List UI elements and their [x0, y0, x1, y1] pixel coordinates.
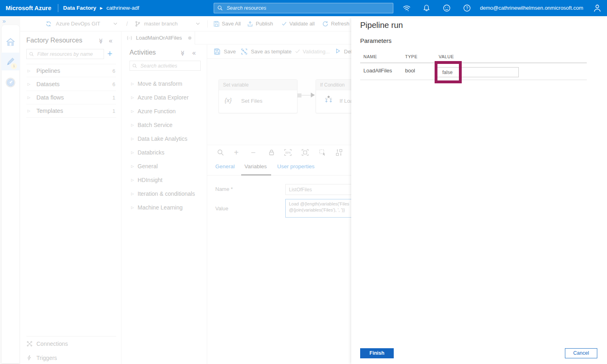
parameter-value-input[interactable]: [437, 67, 519, 77]
expander-caret-icon[interactable]: ▷: [28, 82, 30, 86]
validate-check-icon: [281, 21, 288, 27]
collapse-panel-icon[interactable]: «: [192, 49, 196, 57]
breadcrumb-resource[interactable]: cathrinew-adf: [106, 0, 139, 16]
cancel-button[interactable]: Cancel: [565, 348, 597, 358]
collapse-all-icon[interactable]: ≫: [98, 38, 104, 44]
expander-caret-icon[interactable]: ▷: [131, 95, 134, 99]
nav-home-button[interactable]: [2, 33, 19, 51]
expander-caret-icon[interactable]: ▷: [131, 109, 134, 113]
activities-search-input[interactable]: [140, 63, 198, 69]
validate-all-button[interactable]: Validate all: [289, 16, 315, 32]
tab-variables[interactable]: Variables: [244, 163, 267, 169]
save-all-button[interactable]: Save All: [222, 16, 241, 32]
save-button[interactable]: Save: [224, 44, 236, 59]
factory-resources-title: Factory Resources: [26, 36, 82, 44]
expander-caret-icon[interactable]: ▷: [131, 82, 134, 86]
brand-logo[interactable]: Microsoft Azure: [6, 0, 51, 16]
expander-caret-icon[interactable]: ▷: [131, 150, 134, 154]
zoom-100-icon[interactable]: 00%: [284, 149, 291, 156]
chevron-down-icon[interactable]: [113, 22, 117, 25]
editor-tab-strip: LoadMainOrAllFiles: [121, 32, 351, 44]
finish-button[interactable]: Finish: [360, 348, 394, 358]
activity-category[interactable]: ▷Batch Service: [129, 118, 202, 132]
feedback-smiley-icon[interactable]: [442, 4, 451, 13]
expander-caret-icon[interactable]: ▷: [131, 164, 134, 168]
search-input[interactable]: [226, 5, 380, 11]
pipeline-icon: [126, 35, 133, 41]
resource-group-templates[interactable]: ▷ Templates 1: [26, 104, 116, 118]
branch-selector[interactable]: master branch: [144, 16, 178, 32]
tab-user-properties[interactable]: User properties: [277, 163, 314, 169]
expand-rail-icon[interactable]: »: [2, 17, 6, 24]
connector-line: [301, 95, 312, 95]
pipeline-canvas[interactable]: Set variable {x} Set Files If Condition …: [207, 59, 351, 145]
expander-caret-icon[interactable]: ▷: [28, 69, 30, 73]
resource-group-dataflows[interactable]: ▷ Data flows 1: [26, 91, 116, 104]
network-status-icon[interactable]: [402, 4, 411, 13]
resource-count: 1: [112, 104, 115, 118]
activity-category[interactable]: ▷Databricks: [129, 146, 202, 159]
set-variable-activity-node[interactable]: Set variable {x} Set Files: [219, 79, 297, 113]
tab-loadmainorallfiles[interactable]: LoadMainOrAllFiles: [121, 32, 195, 44]
expander-caret-icon[interactable]: ▷: [131, 137, 134, 141]
zoom-in-icon[interactable]: +: [234, 145, 239, 160]
repo-selector[interactable]: Azure DevOps GIT: [56, 16, 100, 32]
global-search[interactable]: [214, 3, 393, 13]
gauge-monitor-icon: [5, 77, 16, 88]
fit-to-screen-icon[interactable]: [301, 149, 309, 156]
tab-general[interactable]: General: [215, 163, 235, 169]
activity-category[interactable]: ▷Machine Learning: [129, 201, 202, 214]
activity-category[interactable]: ▷Azure Data Explorer: [129, 91, 202, 104]
panel-title: Pipeline run: [360, 21, 403, 30]
connector-output-port[interactable]: [297, 93, 301, 97]
activities-search[interactable]: [129, 61, 201, 71]
resource-filter-input[interactable]: [36, 51, 101, 57]
parameter-name: LoadAllFiles: [363, 68, 392, 74]
nav-author-button[interactable]: 1: [1, 53, 20, 70]
lock-icon[interactable]: [268, 149, 275, 156]
zoom-out-icon[interactable]: −: [251, 145, 256, 160]
chevron-down-icon[interactable]: [196, 22, 200, 25]
expander-caret-icon[interactable]: ▷: [131, 205, 134, 210]
pipeline-run-panel: Pipeline run Parameters NAME TYPE VALUE …: [351, 18, 607, 364]
collapse-panel-icon[interactable]: «: [109, 37, 112, 44]
expander-caret-icon[interactable]: ▷: [131, 192, 134, 196]
expander-caret-icon[interactable]: ▷: [28, 95, 30, 99]
publish-button[interactable]: Publish: [256, 16, 273, 32]
refresh-button[interactable]: Refresh: [331, 16, 350, 32]
resource-group-label: Data flows: [36, 91, 64, 104]
help-icon[interactable]: ?: [463, 4, 471, 13]
svg-text:00%: 00%: [285, 151, 291, 154]
triggers-item[interactable]: Triggers: [26, 351, 116, 364]
expander-caret-icon[interactable]: ▷: [131, 123, 134, 127]
resource-filter[interactable]: [26, 49, 104, 59]
auto-align-icon[interactable]: [335, 149, 343, 156]
multi-select-icon[interactable]: [319, 149, 326, 156]
expander-caret-icon[interactable]: ▷: [131, 178, 134, 182]
search-icon: [29, 52, 34, 57]
account-avatar-icon[interactable]: [592, 3, 601, 12]
expander-caret-icon[interactable]: ▷: [28, 109, 30, 113]
breadcrumb-app[interactable]: Data Factory: [63, 0, 96, 16]
activity-category[interactable]: ▷Iteration & conditionals: [129, 187, 202, 201]
activity-category[interactable]: ▷General: [129, 159, 202, 173]
activity-category[interactable]: ▷Data Lake Analytics: [129, 132, 202, 146]
collapse-all-icon[interactable]: ≫: [180, 51, 186, 56]
resource-group-datasets[interactable]: ▷ Datasets 6: [26, 78, 116, 91]
pipeline-canvas-toolbar: Save Save as template Validating... Deb: [207, 44, 351, 59]
add-resource-button[interactable]: +: [107, 49, 112, 58]
divider: [207, 20, 208, 28]
save-as-template-button[interactable]: Save as template: [251, 44, 291, 59]
nav-monitor-button[interactable]: [2, 74, 19, 91]
divider: [26, 336, 116, 336]
connections-item[interactable]: Connections: [26, 337, 116, 351]
save-all-icon: [213, 21, 220, 27]
activity-category[interactable]: ▷Azure Function: [129, 104, 202, 118]
resource-group-pipelines[interactable]: ▷ Pipelines 6: [26, 64, 116, 77]
save-icon: [214, 48, 221, 55]
canvas-search-icon[interactable]: [217, 149, 224, 156]
notifications-bell-icon[interactable]: [422, 4, 431, 13]
activity-category[interactable]: ▷Move & transform: [129, 77, 202, 91]
user-email[interactable]: demo@cathrinewilhelmsen.onmicrosoft.com: [480, 0, 583, 16]
activity-category[interactable]: ▷HDInsight: [129, 173, 202, 187]
